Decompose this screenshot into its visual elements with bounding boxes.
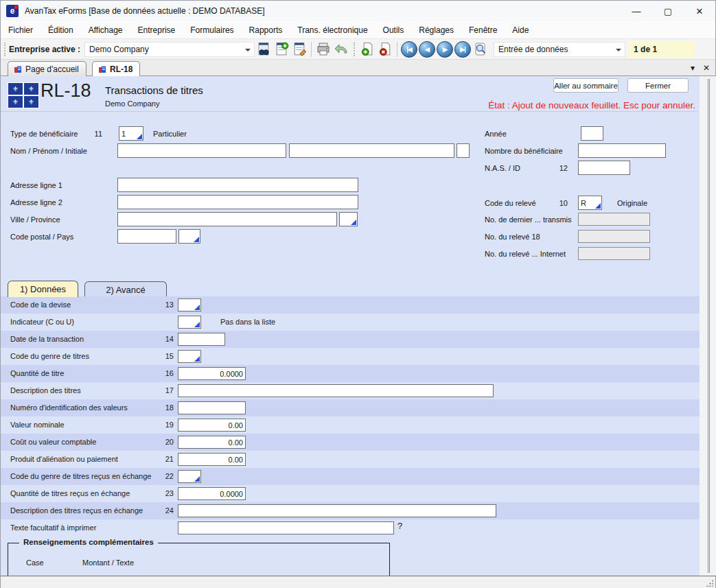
last-record-button[interactable]: ▶| <box>454 41 471 58</box>
mode-select[interactable]: Entrée de données <box>494 42 625 57</box>
row-indicateur: Indicateur (C ou U) Pas dans la liste <box>1 314 700 331</box>
code-genre-recus-input[interactable] <box>178 470 201 483</box>
resize-grip-icon[interactable] <box>706 580 713 587</box>
next-record-button[interactable]: ▶ <box>437 41 453 58</box>
row-quantite-recus: Quantité de titres reçus en échange 23 0… <box>1 485 700 502</box>
delete-slip-icon[interactable] <box>376 40 394 58</box>
description-titres-input[interactable] <box>178 384 494 397</box>
quantite-titre-input[interactable]: 0.0000 <box>178 367 246 380</box>
code-postal-input[interactable] <box>117 229 176 244</box>
description-recus-input[interactable] <box>178 504 496 517</box>
menu-fichier[interactable]: Fichier <box>1 23 41 38</box>
province-input[interactable] <box>339 212 358 226</box>
print-icon[interactable] <box>314 40 332 58</box>
code-releve-input[interactable]: R <box>578 196 602 210</box>
tab-donnees[interactable]: 1) Données <box>8 281 78 297</box>
row-label: Texte facultatif à imprimer <box>10 524 96 532</box>
adresse2-input[interactable] <box>117 195 358 209</box>
initiale-input[interactable] <box>457 143 470 158</box>
close-button[interactable]: ✕ <box>684 1 715 21</box>
nas-id-label: N.A.S. / ID <box>485 164 520 172</box>
preview-icon[interactable] <box>472 40 489 58</box>
produit-alienation-input[interactable]: 0.00 <box>178 453 246 466</box>
prenom-input[interactable] <box>289 143 454 158</box>
date-transaction-input[interactable] <box>178 333 225 346</box>
adresse1-input[interactable] <box>117 178 358 192</box>
chevron-down-icon <box>616 49 621 51</box>
annee-label: Année <box>485 130 507 138</box>
help-icon[interactable]: ? <box>397 521 402 531</box>
form-scroll-gutter[interactable] <box>700 76 716 576</box>
maximize-button[interactable]: ▢ <box>652 1 684 21</box>
no-dernier-transmis-label: No. de dernier ... transmis <box>485 215 572 224</box>
menu-entreprise[interactable]: Entreprise <box>130 23 183 38</box>
ville-province-label: Ville / Province <box>10 215 60 224</box>
tab-page-accueil[interactable]: Page d'accueil <box>8 61 86 76</box>
add-slip-icon[interactable] <box>358 40 376 58</box>
row-label: Produit d'aliénation ou paiement <box>10 455 118 463</box>
menu-formulaires[interactable]: Formulaires <box>183 23 241 38</box>
pays-input[interactable] <box>178 229 200 244</box>
title-bar: e AvanTax eForms [Base de données actuel… <box>1 1 715 21</box>
edit-form-icon[interactable] <box>290 40 308 58</box>
menu-fenetre[interactable]: Fenêtre <box>461 23 505 38</box>
rl18-form: ⚜ ⚜ ⚜ ⚜ RL-18 Transactions de titres Dem… <box>1 76 700 576</box>
minimize-button[interactable]: — <box>621 1 652 21</box>
menu-reglages[interactable]: Réglages <box>411 23 461 38</box>
menu-edition[interactable]: Édition <box>41 23 81 38</box>
indicateur-input[interactable] <box>178 316 201 329</box>
first-record-button[interactable]: |◀ <box>401 41 417 58</box>
row-num: 14 <box>157 335 174 343</box>
nom-input[interactable] <box>117 143 286 158</box>
code-releve-desc: Originale <box>617 199 647 207</box>
quantite-recus-input[interactable]: 0.0000 <box>178 487 246 500</box>
row-num: 15 <box>157 352 174 360</box>
row-label: Date de la transaction <box>10 335 84 343</box>
tab-label: Page d'accueil <box>25 64 79 74</box>
form-icon <box>14 65 22 73</box>
window-title: AvanTax eForms [Base de données actuelle… <box>25 6 265 16</box>
toolbar-separator <box>311 42 312 57</box>
valeur-nominale-input[interactable]: 0.00 <box>178 419 246 432</box>
ville-input[interactable] <box>117 212 337 226</box>
adresse1-label: Adresse ligne 1 <box>10 181 62 189</box>
form-status-message: État : Ajout de nouveaux feuillet. Esc p… <box>488 100 695 110</box>
menu-aide[interactable]: Aide <box>505 23 536 38</box>
row-date-transaction: Date de la transaction 14 <box>1 331 700 348</box>
document-tab-strip: Page d'accueil RL-18 ▾ ✕ <box>1 60 715 76</box>
application-window: e AvanTax eForms [Base de données actuel… <box>0 0 716 588</box>
go-to-summary-button[interactable]: Aller au sommaire <box>553 78 619 93</box>
form-icon <box>98 65 106 73</box>
find-company-icon[interactable] <box>255 40 273 58</box>
previous-record-button[interactable]: ◀ <box>419 41 435 58</box>
undo-icon[interactable] <box>332 40 350 58</box>
menu-affichage[interactable]: Affichage <box>81 23 130 38</box>
tab-rl18[interactable]: RL-18 <box>92 61 140 77</box>
active-company-select[interactable]: Demo Company <box>84 42 255 57</box>
menu-trans-electronique[interactable]: Trans. électronique <box>290 23 375 38</box>
tab-avance[interactable]: 2) Avancé <box>84 281 167 298</box>
scrollbar-track[interactable] <box>708 79 710 573</box>
texte-facultatif-input[interactable] <box>178 521 394 534</box>
row-label: Code du genre de titres reçus en échange <box>10 472 151 480</box>
active-company-value: Demo Company <box>89 45 149 54</box>
code-devise-input[interactable] <box>178 298 201 311</box>
cout-valeur-input[interactable]: 0.00 <box>178 436 246 449</box>
nas-id-input[interactable] <box>578 161 630 175</box>
row-label: Description des titres reçus en échange <box>10 506 143 515</box>
renseignements-groupbox: Renseignements complémentaires Case Mont… <box>8 543 390 576</box>
row-label: Quantité de titres reçus en échange <box>10 489 130 497</box>
close-tab-icon[interactable]: ✕ <box>703 63 710 73</box>
menu-outils[interactable]: Outils <box>376 23 412 38</box>
form-title: Transactions de titres <box>105 84 203 96</box>
menu-rapports[interactable]: Rapports <box>242 23 290 38</box>
tab-list-dropdown-icon[interactable]: ▾ <box>691 63 695 73</box>
nas-id-num: 12 <box>554 164 568 172</box>
code-genre-titres-input[interactable] <box>178 350 201 363</box>
numero-identification-input[interactable] <box>178 401 246 414</box>
add-form-icon[interactable] <box>273 40 290 58</box>
type-beneficiaire-input[interactable]: 1 <box>119 126 143 141</box>
annee-input[interactable] <box>581 126 603 141</box>
close-form-button[interactable]: Fermer <box>627 78 689 93</box>
nombre-beneficiaire-input[interactable] <box>578 143 666 158</box>
